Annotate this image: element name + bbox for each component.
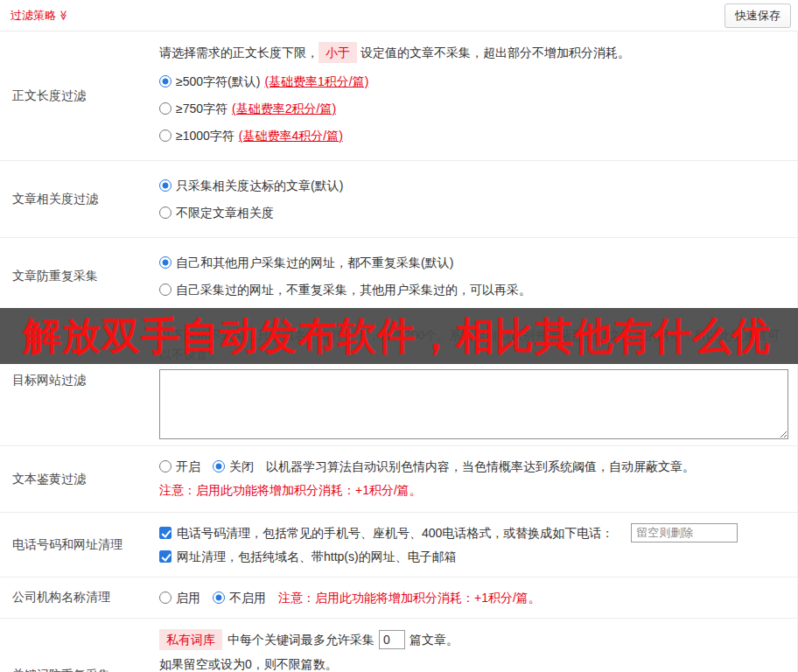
less-than-chip: 小于 — [318, 42, 357, 63]
row-label-dedupe-filter: 文章防重复采集 — [0, 238, 150, 314]
length-750-radio[interactable] — [159, 102, 172, 115]
company-clean-on-label: 启用 — [176, 588, 200, 607]
porn-on-radio[interactable] — [159, 460, 172, 472]
length-750-label: ≥750字符 — [176, 100, 228, 117]
length-500-fee-note: (基础费率1积分/篇) — [264, 73, 368, 90]
relevance-strict-label: 只采集相关度达标的文章(默认) — [176, 177, 343, 194]
row-length-filter: 正文长度过滤 请选择需求的正文长度下限，小于 设定值的文章不采集，超出部分不增加… — [0, 32, 797, 161]
length-option-500[interactable]: ≥500字符(默认) (基础费率1积分/篇) — [159, 73, 788, 90]
private-lexicon-chip: 私有词库 — [159, 629, 222, 650]
relevance-strict-radio[interactable] — [159, 179, 172, 192]
length-500-label: ≥500字符(默认) — [176, 73, 260, 90]
dedupe-self-label: 自己采集过的网址，不重复采集，其他用户采集过的，可以再采。 — [176, 281, 531, 298]
page-title[interactable]: 过滤策略 ≫ — [10, 8, 69, 24]
watermark-text: 解放双手自动发布软件，相比其他有什么优 — [0, 311, 771, 362]
url-clean-option[interactable]: 网址清理，包括纯域名、带http(s)的网址、电子邮箱 — [159, 547, 457, 566]
porn-off-label: 关闭 — [229, 457, 254, 476]
chevron-down-icon: ≫ — [59, 10, 68, 21]
keyword-limit-text: 中每个关键词最多允许采集 — [228, 630, 374, 649]
porn-off-radio[interactable] — [213, 460, 225, 472]
row-porn-filter: 文本鉴黄过滤 开启 关闭 以机器学习算法自动识别色情内容，当色情概率达到系统阈值… — [0, 446, 797, 513]
dedupe-global-radio[interactable] — [159, 256, 172, 269]
porn-on-label: 开启 — [176, 457, 200, 476]
length-option-750[interactable]: ≥750字符 (基础费率2积分/篇) — [159, 100, 788, 117]
company-clean-on-option[interactable]: 启用 — [159, 588, 200, 607]
company-clean-off-label: 不启用 — [229, 588, 266, 607]
length-filter-intro: 请选择需求的正文长度下限，小于 设定值的文章不采集，超出部分不增加积分消耗。 — [159, 42, 788, 63]
length-1000-radio[interactable] — [159, 130, 172, 142]
phone-clean-option[interactable]: 电话号码清理，包括常见的手机号、座机号、400电话格式，或替换成如下电话： — [159, 523, 613, 542]
url-clean-checkbox[interactable] — [159, 550, 172, 563]
length-option-1000[interactable]: ≥1000字符 (基础费率4积分/篇) — [159, 127, 788, 144]
row-relevance-filter: 文章相关度过滤 只采集相关度达标的文章(默认) 不限定文章相关度 — [0, 161, 797, 238]
row-label-relevance-filter: 文章相关度过滤 — [0, 161, 150, 237]
keyword-rule-zero: 如果留空或设为0，则不限篇数。 — [159, 654, 788, 672]
keyword-limit-text-end: 篇文章。 — [410, 630, 458, 649]
relevance-any-radio[interactable] — [159, 206, 172, 219]
row-label-porn-filter: 文本鉴黄过滤 — [0, 446, 150, 512]
dedupe-global-label: 自己和其他用户采集过的网址，都不重复采集(默认) — [176, 254, 453, 271]
row-label-phone-url-clean: 电话号码和网址清理 — [0, 513, 150, 577]
top-bar: 过滤策略 ≫ 快速保存 — [0, 0, 798, 32]
company-clean-on-radio[interactable] — [159, 592, 172, 604]
keyword-limit-input[interactable] — [379, 630, 405, 649]
porn-filter-desc: 以机器学习算法自动识别色情内容，当色情概率达到系统阈值，自动屏蔽文章。 — [266, 457, 695, 476]
url-clean-label: 网址清理，包括纯域名、带http(s)的网址、电子邮箱 — [177, 547, 457, 566]
row-dedupe-filter: 文章防重复采集 自己和其他用户采集过的网址，都不重复采集(默认) 自己采集过的网… — [0, 238, 797, 315]
company-clean-cost-note: 注意：启用此功能将增加积分消耗：+1积分/篇。 — [278, 588, 541, 607]
quick-save-button[interactable]: 快速保存 — [724, 4, 791, 28]
porn-filter-cost-note: 注意：启用此功能将增加积分消耗：+1积分/篇。 — [159, 480, 788, 500]
relevance-any-label: 不限定文章相关度 — [176, 204, 274, 221]
row-label-length-filter: 正文长度过滤 — [0, 32, 150, 160]
dedupe-self-radio[interactable] — [159, 284, 172, 296]
length-1000-fee-note: (基础费率4积分/篇) — [239, 127, 343, 144]
intro-text-pre: 请选择需求的正文长度下限， — [159, 46, 318, 60]
phone-clean-checkbox[interactable] — [159, 527, 172, 539]
relevance-option-any[interactable]: 不限定文章相关度 — [159, 204, 788, 221]
replacement-phone-input[interactable] — [631, 523, 738, 542]
length-500-radio[interactable] — [159, 75, 172, 88]
row-label-company-clean: 公司机构名称清理 — [0, 578, 150, 618]
page-title-text: 过滤策略 — [10, 8, 56, 24]
length-1000-label: ≥1000字符 — [176, 127, 234, 144]
row-phone-url-clean: 电话号码和网址清理 电话号码清理，包括常见的手机号、座机号、400电话格式，或替… — [0, 513, 797, 578]
length-750-fee-note: (基础费率2积分/篇) — [232, 100, 336, 117]
row-company-clean: 公司机构名称清理 启用 不启用 注意：启用此功能将增加积分消耗：+1积分/篇。 — [0, 578, 797, 619]
phone-clean-label: 电话号码清理，包括常见的手机号、座机号、400电话格式，或替换成如下电话： — [177, 523, 613, 542]
dedupe-option-self[interactable]: 自己采集过的网址，不重复采集，其他用户采集过的，可以再采。 — [159, 281, 788, 298]
intro-text-post: 设定值的文章不采集，超出部分不增加积分消耗。 — [360, 46, 630, 60]
watermark-banner: 解放双手自动发布软件，相比其他有什么优 — [0, 308, 798, 364]
row-label-keyword-dedupe: 关键词防重复采集 — [0, 619, 150, 672]
company-clean-off-radio[interactable] — [213, 592, 225, 604]
company-clean-off-option[interactable]: 不启用 — [213, 588, 266, 607]
row-keyword-dedupe: 关键词防重复采集 私有词库 中每个关键词最多允许采集 篇文章。 如果留空或设为0… — [0, 619, 797, 672]
blocked-sites-textarea[interactable] — [159, 369, 788, 439]
dedupe-option-global[interactable]: 自己和其他用户采集过的网址，都不重复采集(默认) — [159, 254, 788, 271]
relevance-option-strict[interactable]: 只采集相关度达标的文章(默认) — [159, 177, 788, 194]
porn-filter-off-option[interactable]: 关闭 — [213, 457, 254, 476]
porn-filter-on-option[interactable]: 开启 — [159, 457, 200, 476]
